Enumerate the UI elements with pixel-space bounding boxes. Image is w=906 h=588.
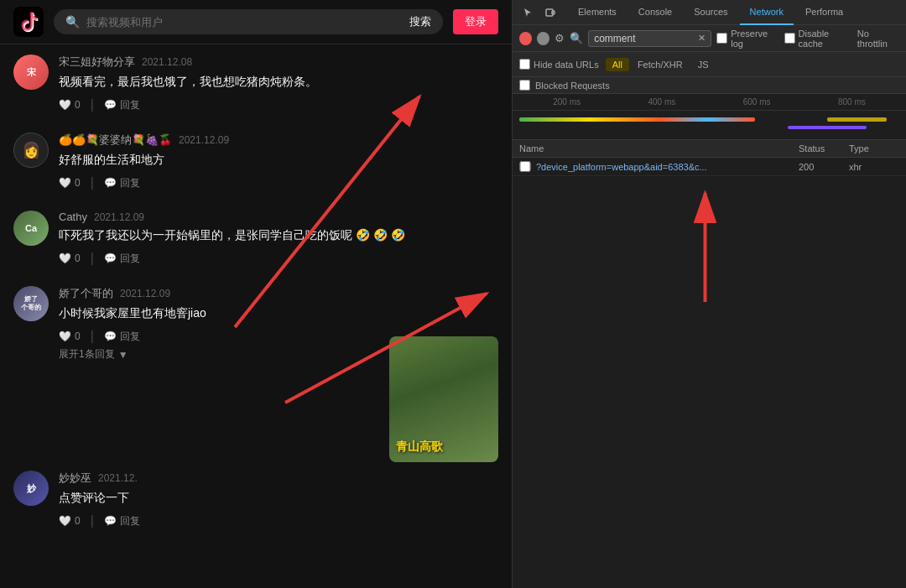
comment-text: 吓死我了我还以为一开始锅里的，是张同学自己吃的饭呢 🤣 🤣 🤣 [59,226,498,244]
devtools-tabs: Elements Console Sources Network Perform… [513,0,906,25]
search-bar[interactable]: 🔍 搜索 [54,9,443,34]
comment-item: 👩 🍊🍊💐婆婆纳💐🍇🍒 2021.12.09 好舒服的生活和地方 🤍 0 | 💬… [13,133,498,190]
comment-date: 2021.12.09 [120,288,170,299]
col-header-name[interactable]: Name [519,143,799,154]
stop-button[interactable] [537,32,549,45]
disable-cache-checkbox[interactable]: Disable cache [784,29,852,49]
reply-button[interactable]: 💬 回复 [104,252,140,266]
devtools-tab-icons [519,3,560,22]
row-status: 200 [799,162,849,172]
avatar: 娇了个哥的 [13,286,49,321]
record-button[interactable] [519,32,532,45]
comment-content: 妙妙巫 2021.12. 点赞评论一下 🤍 0 | 💬 回复 [59,471,498,528]
search-icon[interactable]: 🔍 [570,32,583,44]
tab-console[interactable]: Console [628,0,682,25]
avatar: 妙 [13,471,49,506]
network-row[interactable]: ?device_platform=webapp&aid=6383&c... 20… [513,158,906,176]
comment-username: Cathy [59,211,87,223]
reply-button[interactable]: 💬 回复 [104,330,140,344]
reply-button[interactable]: 💬 回复 [104,514,140,528]
filter-js[interactable]: JS [691,58,716,71]
tab-elements[interactable]: Elements [568,0,627,25]
filter-bar: Hide data URLs All Fetch/XHR JS [513,52,906,77]
device-icon[interactable] [541,3,560,22]
like-button[interactable]: 🤍 0 [59,330,81,342]
comment-date: 2021.12.08 [142,56,192,68]
timeline-bar-main [519,117,755,122]
comment-item: 宋 宋三姐好物分享 2021.12.08 视频看完，最后我也饿了，我也想吃猪肉炖… [13,55,498,112]
like-button[interactable]: 🤍 0 [59,177,81,189]
comment-meta: 🍊🍊💐婆婆纳💐🍇🍒 2021.12.09 [59,133,498,148]
comment-actions: 🤍 0 | 💬 回复 [59,251,498,266]
devtools-panel: Elements Console Sources Network Perform… [512,0,906,588]
comment-date: 2021.12.09 [179,134,229,146]
comment-content: Cathy 2021.12.09 吓死我了我还以为一开始锅里的，是张同学自己吃的… [59,211,498,266]
timeline-bar-secondary [788,126,867,129]
comment-actions: 🤍 0 | 💬 回复 [59,97,498,112]
search-button[interactable]: 搜索 [409,14,431,29]
like-button[interactable]: 🤍 0 [59,99,81,111]
comment-date: 2021.12. [98,472,138,484]
ruler-mark-200: 200 ms [519,97,614,107]
comment-text: 好舒服的生活和地方 [59,151,498,169]
timeline-bars [513,111,906,140]
row-type: xhr [849,162,899,172]
filter-fetch-xhr[interactable]: Fetch/XHR [631,58,690,71]
comment-content: 宋三姐好物分享 2021.12.08 视频看完，最后我也饿了，我也想吃猪肉炖粉条… [59,55,498,112]
avatar: 宋 [13,55,49,90]
network-filter-input[interactable] [594,33,695,44]
type-filters: All Fetch/XHR JS [606,58,716,71]
row-url: ?device_platform=webapp&aid=6383&c... [536,162,799,172]
cursor-icon[interactable] [519,3,538,22]
comment-meta: 娇了个哥的 2021.12.09 [59,286,498,301]
comment-username: 🍊🍊💐婆婆纳💐🍇🍒 [59,133,172,148]
devtools-content-area [513,176,906,588]
comment-text: 点赞评论一下 [59,489,498,507]
search-input[interactable] [86,16,403,29]
login-button[interactable]: 登录 [453,9,498,34]
timeline-area: 200 ms 400 ms 600 ms 800 ms [513,94,906,140]
blocked-requests-checkbox[interactable] [519,80,530,91]
reply-button[interactable]: 💬 回复 [104,176,140,190]
tab-sources[interactable]: Sources [684,0,737,25]
comment-item: 妙 妙妙巫 2021.12. 点赞评论一下 🤍 0 | 💬 回复 [13,471,498,528]
row-select-checkbox[interactable] [519,161,531,172]
preserve-log-checkbox[interactable]: Preserve log [716,29,778,49]
comments-list: 宋 宋三姐好物分享 2021.12.08 视频看完，最后我也饿了，我也想吃猪肉炖… [0,44,512,588]
blocked-requests-row: Blocked Requests [513,77,906,94]
filter-icon[interactable]: ⚙ [555,32,565,44]
col-header-type[interactable]: Type [849,143,899,154]
ruler-mark-600: 600 ms [710,97,804,107]
comment-actions: 🤍 0 | 💬 回复 [59,513,498,528]
comment-meta: Cathy 2021.12.09 [59,211,498,223]
filter-all[interactable]: All [606,58,629,71]
comment-content: 🍊🍊💐婆婆纳💐🍇🍒 2021.12.09 好舒服的生活和地方 🤍 0 | 💬 回… [59,133,498,190]
search-icon: 🔍 [65,15,80,29]
no-throttling-selector[interactable]: No throttlin [857,29,899,49]
col-header-status[interactable]: Status [799,143,849,154]
comment-username: 娇了个哥的 [59,286,113,301]
comment-meta: 妙妙巫 2021.12. [59,471,498,486]
devtools-arrow [513,176,906,344]
reply-button[interactable]: 💬 回复 [104,98,140,112]
timeline-ruler: 200 ms 400 ms 600 ms 800 ms [513,94,906,111]
like-button[interactable]: 🤍 0 [59,515,81,527]
comment-username: 宋三姐好物分享 [59,55,135,70]
tab-performance[interactable]: Performa [795,0,853,25]
video-thumbnail[interactable]: 青山高歌 [389,336,498,462]
ruler-mark-400: 400 ms [614,97,709,107]
comment-item: Ca Cathy 2021.12.09 吓死我了我还以为一开始锅里的，是张同学自… [13,211,498,266]
network-table-header: Name Status Type [513,140,906,158]
ruler-mark-800: 800 ms [804,97,899,107]
comment-actions: 🤍 0 | 💬 回复 [59,175,498,190]
comment-meta: 宋三姐好物分享 2021.12.08 [59,55,498,70]
hide-data-urls-checkbox[interactable]: Hide data URLs [519,59,599,70]
filter-input-wrapper[interactable]: ✕ [588,30,711,47]
tab-network[interactable]: Network [740,0,794,25]
comment-item: 娇了个哥的 娇了个哥的 2021.12.09 小时候我家屋里也有地窨jiao 🤍… [13,286,498,362]
like-button[interactable]: 🤍 0 [59,252,81,264]
clear-filter-button[interactable]: ✕ [698,33,706,44]
devtools-toolbar: ⚙ 🔍 ✕ Preserve log Disable cache No thro… [513,25,906,52]
app-header: 🔍 搜索 登录 [0,0,512,44]
tiktok-logo [13,7,44,37]
